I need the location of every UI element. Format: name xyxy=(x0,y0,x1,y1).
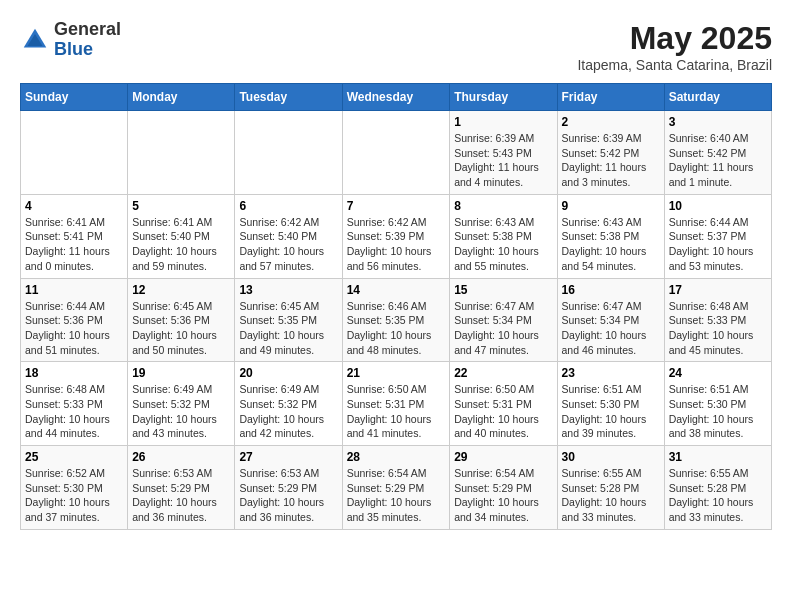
day-number: 6 xyxy=(239,199,337,213)
week-row-5: 25Sunrise: 6:52 AM Sunset: 5:30 PM Dayli… xyxy=(21,446,772,530)
weekday-friday: Friday xyxy=(557,84,664,111)
day-number: 13 xyxy=(239,283,337,297)
day-cell: 17Sunrise: 6:48 AM Sunset: 5:33 PM Dayli… xyxy=(664,278,771,362)
day-cell: 3Sunrise: 6:40 AM Sunset: 5:42 PM Daylig… xyxy=(664,111,771,195)
day-info: Sunrise: 6:48 AM Sunset: 5:33 PM Dayligh… xyxy=(25,382,123,441)
weekday-monday: Monday xyxy=(128,84,235,111)
weekday-sunday: Sunday xyxy=(21,84,128,111)
week-row-4: 18Sunrise: 6:48 AM Sunset: 5:33 PM Dayli… xyxy=(21,362,772,446)
day-number: 23 xyxy=(562,366,660,380)
day-cell: 21Sunrise: 6:50 AM Sunset: 5:31 PM Dayli… xyxy=(342,362,450,446)
day-cell: 15Sunrise: 6:47 AM Sunset: 5:34 PM Dayli… xyxy=(450,278,557,362)
day-number: 14 xyxy=(347,283,446,297)
day-number: 10 xyxy=(669,199,767,213)
day-info: Sunrise: 6:53 AM Sunset: 5:29 PM Dayligh… xyxy=(132,466,230,525)
day-cell: 9Sunrise: 6:43 AM Sunset: 5:38 PM Daylig… xyxy=(557,194,664,278)
day-number: 5 xyxy=(132,199,230,213)
day-cell: 19Sunrise: 6:49 AM Sunset: 5:32 PM Dayli… xyxy=(128,362,235,446)
day-cell xyxy=(235,111,342,195)
day-info: Sunrise: 6:46 AM Sunset: 5:35 PM Dayligh… xyxy=(347,299,446,358)
day-cell: 1Sunrise: 6:39 AM Sunset: 5:43 PM Daylig… xyxy=(450,111,557,195)
day-number: 24 xyxy=(669,366,767,380)
day-cell: 12Sunrise: 6:45 AM Sunset: 5:36 PM Dayli… xyxy=(128,278,235,362)
day-cell: 2Sunrise: 6:39 AM Sunset: 5:42 PM Daylig… xyxy=(557,111,664,195)
logo-blue: Blue xyxy=(54,40,121,60)
day-info: Sunrise: 6:50 AM Sunset: 5:31 PM Dayligh… xyxy=(454,382,552,441)
day-info: Sunrise: 6:42 AM Sunset: 5:40 PM Dayligh… xyxy=(239,215,337,274)
day-number: 18 xyxy=(25,366,123,380)
day-cell: 31Sunrise: 6:55 AM Sunset: 5:28 PM Dayli… xyxy=(664,446,771,530)
day-cell: 28Sunrise: 6:54 AM Sunset: 5:29 PM Dayli… xyxy=(342,446,450,530)
day-number: 25 xyxy=(25,450,123,464)
day-info: Sunrise: 6:44 AM Sunset: 5:37 PM Dayligh… xyxy=(669,215,767,274)
logo-icon xyxy=(20,25,50,55)
day-cell: 5Sunrise: 6:41 AM Sunset: 5:40 PM Daylig… xyxy=(128,194,235,278)
day-number: 16 xyxy=(562,283,660,297)
page-header: General Blue May 2025 Itapema, Santa Cat… xyxy=(20,20,772,73)
day-number: 21 xyxy=(347,366,446,380)
day-cell: 16Sunrise: 6:47 AM Sunset: 5:34 PM Dayli… xyxy=(557,278,664,362)
day-info: Sunrise: 6:41 AM Sunset: 5:41 PM Dayligh… xyxy=(25,215,123,274)
weekday-thursday: Thursday xyxy=(450,84,557,111)
calendar-table: SundayMondayTuesdayWednesdayThursdayFrid… xyxy=(20,83,772,530)
day-cell: 30Sunrise: 6:55 AM Sunset: 5:28 PM Dayli… xyxy=(557,446,664,530)
day-cell: 29Sunrise: 6:54 AM Sunset: 5:29 PM Dayli… xyxy=(450,446,557,530)
day-info: Sunrise: 6:54 AM Sunset: 5:29 PM Dayligh… xyxy=(454,466,552,525)
day-cell: 6Sunrise: 6:42 AM Sunset: 5:40 PM Daylig… xyxy=(235,194,342,278)
week-row-2: 4Sunrise: 6:41 AM Sunset: 5:41 PM Daylig… xyxy=(21,194,772,278)
day-cell: 8Sunrise: 6:43 AM Sunset: 5:38 PM Daylig… xyxy=(450,194,557,278)
logo-general: General xyxy=(54,20,121,40)
day-info: Sunrise: 6:42 AM Sunset: 5:39 PM Dayligh… xyxy=(347,215,446,274)
logo-text: General Blue xyxy=(54,20,121,60)
day-number: 26 xyxy=(132,450,230,464)
weekday-wednesday: Wednesday xyxy=(342,84,450,111)
day-info: Sunrise: 6:43 AM Sunset: 5:38 PM Dayligh… xyxy=(454,215,552,274)
day-info: Sunrise: 6:55 AM Sunset: 5:28 PM Dayligh… xyxy=(669,466,767,525)
day-cell: 7Sunrise: 6:42 AM Sunset: 5:39 PM Daylig… xyxy=(342,194,450,278)
day-info: Sunrise: 6:45 AM Sunset: 5:36 PM Dayligh… xyxy=(132,299,230,358)
day-cell: 14Sunrise: 6:46 AM Sunset: 5:35 PM Dayli… xyxy=(342,278,450,362)
day-number: 11 xyxy=(25,283,123,297)
day-number: 17 xyxy=(669,283,767,297)
day-number: 27 xyxy=(239,450,337,464)
day-number: 2 xyxy=(562,115,660,129)
day-number: 19 xyxy=(132,366,230,380)
day-cell: 23Sunrise: 6:51 AM Sunset: 5:30 PM Dayli… xyxy=(557,362,664,446)
title-area: May 2025 Itapema, Santa Catarina, Brazil xyxy=(577,20,772,73)
day-info: Sunrise: 6:51 AM Sunset: 5:30 PM Dayligh… xyxy=(669,382,767,441)
day-number: 7 xyxy=(347,199,446,213)
day-cell xyxy=(342,111,450,195)
weekday-tuesday: Tuesday xyxy=(235,84,342,111)
day-number: 15 xyxy=(454,283,552,297)
day-cell: 22Sunrise: 6:50 AM Sunset: 5:31 PM Dayli… xyxy=(450,362,557,446)
day-cell: 20Sunrise: 6:49 AM Sunset: 5:32 PM Dayli… xyxy=(235,362,342,446)
day-number: 8 xyxy=(454,199,552,213)
week-row-1: 1Sunrise: 6:39 AM Sunset: 5:43 PM Daylig… xyxy=(21,111,772,195)
day-info: Sunrise: 6:40 AM Sunset: 5:42 PM Dayligh… xyxy=(669,131,767,190)
day-cell: 13Sunrise: 6:45 AM Sunset: 5:35 PM Dayli… xyxy=(235,278,342,362)
day-info: Sunrise: 6:50 AM Sunset: 5:31 PM Dayligh… xyxy=(347,382,446,441)
day-info: Sunrise: 6:39 AM Sunset: 5:42 PM Dayligh… xyxy=(562,131,660,190)
day-number: 22 xyxy=(454,366,552,380)
day-cell: 11Sunrise: 6:44 AM Sunset: 5:36 PM Dayli… xyxy=(21,278,128,362)
day-number: 30 xyxy=(562,450,660,464)
day-cell: 24Sunrise: 6:51 AM Sunset: 5:30 PM Dayli… xyxy=(664,362,771,446)
day-info: Sunrise: 6:43 AM Sunset: 5:38 PM Dayligh… xyxy=(562,215,660,274)
weekday-saturday: Saturday xyxy=(664,84,771,111)
day-number: 4 xyxy=(25,199,123,213)
day-info: Sunrise: 6:47 AM Sunset: 5:34 PM Dayligh… xyxy=(454,299,552,358)
calendar-subtitle: Itapema, Santa Catarina, Brazil xyxy=(577,57,772,73)
day-cell: 4Sunrise: 6:41 AM Sunset: 5:41 PM Daylig… xyxy=(21,194,128,278)
day-number: 3 xyxy=(669,115,767,129)
day-info: Sunrise: 6:55 AM Sunset: 5:28 PM Dayligh… xyxy=(562,466,660,525)
day-info: Sunrise: 6:53 AM Sunset: 5:29 PM Dayligh… xyxy=(239,466,337,525)
day-info: Sunrise: 6:47 AM Sunset: 5:34 PM Dayligh… xyxy=(562,299,660,358)
logo: General Blue xyxy=(20,20,121,60)
day-info: Sunrise: 6:44 AM Sunset: 5:36 PM Dayligh… xyxy=(25,299,123,358)
day-cell: 18Sunrise: 6:48 AM Sunset: 5:33 PM Dayli… xyxy=(21,362,128,446)
day-number: 28 xyxy=(347,450,446,464)
day-cell xyxy=(128,111,235,195)
day-number: 1 xyxy=(454,115,552,129)
week-row-3: 11Sunrise: 6:44 AM Sunset: 5:36 PM Dayli… xyxy=(21,278,772,362)
day-info: Sunrise: 6:49 AM Sunset: 5:32 PM Dayligh… xyxy=(132,382,230,441)
